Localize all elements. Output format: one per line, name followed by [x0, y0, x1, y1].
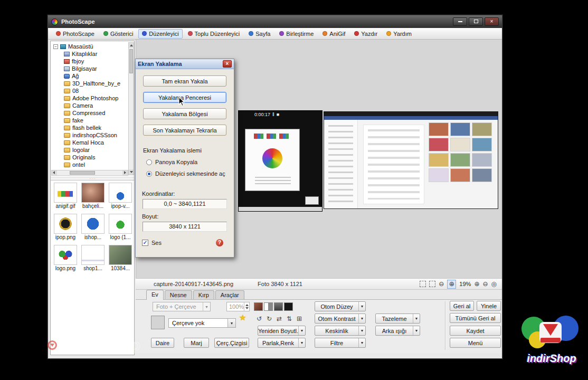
tree-item[interactable]: fbjoy	[51, 58, 128, 65]
chevron-down-icon[interactable]: ▼	[358, 302, 365, 311]
menu-item-toplu-duzenleyici[interactable]: Toplu Düzenleyici	[184, 29, 244, 39]
scrollbar-thumb[interactable]	[70, 171, 95, 175]
rotate-ccw-icon[interactable]: ↺	[255, 315, 263, 323]
tree-item[interactable]: Kemal Hoca	[51, 139, 128, 146]
zoom-tool-icon[interactable]: ⊕	[447, 280, 456, 289]
black-swatch[interactable]	[284, 302, 293, 311]
frame-line-button[interactable]: Çerç.Çizgisi	[214, 338, 249, 348]
frame-preview-swatch[interactable]	[151, 316, 165, 329]
chevron-down-icon[interactable]: ▼	[413, 314, 420, 323]
tree-item[interactable]: Compressed	[51, 109, 128, 117]
zoom-out-tool-icon[interactable]: ⊖	[439, 281, 444, 287]
resize-button[interactable]: Yeniden Boyutl.▼	[258, 326, 306, 336]
tree-item[interactable]: fake	[51, 117, 128, 124]
menu-item-anigif[interactable]: AniGif	[319, 29, 349, 39]
margin-button[interactable]: Marj	[184, 338, 209, 348]
tree-root[interactable]: Masaüstü	[51, 43, 128, 50]
scrollbar-thumb[interactable]	[129, 49, 133, 73]
radio-selected-icon[interactable]	[146, 171, 152, 177]
undo-button[interactable]: Geri al	[450, 301, 474, 311]
close-button[interactable]: ×	[485, 17, 499, 26]
thumbnail[interactable]: logo (1...	[107, 213, 134, 244]
frame-mode-dropdown[interactable]: Foto + Çerçeve ▼	[153, 302, 211, 311]
tree-item[interactable]: 3D_Halftone_by_e	[51, 80, 128, 87]
tree-item[interactable]: indirshopCSSson	[51, 131, 128, 139]
radio-icon[interactable]	[146, 159, 152, 165]
chevron-down-icon[interactable]: ▼	[203, 302, 210, 311]
zoom-in-icon[interactable]: ⊕	[474, 281, 479, 287]
free-rotate-icon[interactable]: ⊞	[295, 315, 304, 323]
menu-button[interactable]: Menü	[450, 338, 501, 348]
tree-item[interactable]: 08	[51, 87, 128, 94]
menu-item-birlestirme[interactable]: Birleştirme	[276, 29, 317, 39]
frame-select-dropdown[interactable]: Çerçeve yok ▼	[168, 318, 236, 328]
fit-selection-icon[interactable]	[429, 281, 435, 287]
tree-item[interactable]: ontel	[51, 161, 128, 168]
tree-item[interactable]: logolar	[51, 146, 128, 154]
radio-copy-to-clipboard[interactable]: Panoya Kopyala	[146, 159, 234, 165]
thumbnail[interactable]: ishop...	[79, 213, 107, 244]
chevron-down-icon[interactable]: ▼	[227, 319, 235, 327]
tree-item[interactable]: Bilgisayar	[51, 65, 128, 72]
tree-item[interactable]: Originals	[51, 154, 128, 161]
favorite-star-icon[interactable]: ★	[239, 313, 246, 322]
tree-item[interactable]: Camera	[51, 102, 128, 109]
thumbnail[interactable]: logo.png	[52, 244, 79, 275]
flip-horizontal-icon[interactable]: ⇄	[275, 315, 283, 323]
minimize-button[interactable]	[453, 17, 467, 26]
chevron-down-icon[interactable]: ▼	[358, 338, 365, 347]
menu-item-yazdir[interactable]: Yazdır	[350, 29, 381, 39]
redo-button[interactable]: Yinele	[477, 301, 501, 311]
fit-canvas-icon[interactable]	[420, 281, 426, 287]
tree-item[interactable]: Adobe Photoshop	[51, 94, 128, 102]
flip-vertical-icon[interactable]: ⇅	[285, 315, 293, 323]
thumbnail[interactable]: anigif.gif	[52, 182, 79, 213]
backlight-button[interactable]: Arka ışığı▼	[375, 326, 420, 336]
contrast-swatch[interactable]	[264, 302, 273, 311]
chevron-down-icon[interactable]: ▼	[358, 326, 365, 335]
tab-nesne[interactable]: Nesne	[165, 290, 192, 299]
maximize-button[interactable]	[469, 17, 483, 26]
chevron-down-icon[interactable]: ▼	[298, 326, 305, 335]
tree-vertical-scrollbar[interactable]	[128, 42, 134, 175]
background-swatch[interactable]	[254, 302, 263, 311]
radio-open-in-editor[interactable]: Düzenleyici sekmesinde aç	[146, 170, 234, 177]
stepper-arrows[interactable]	[244, 302, 249, 311]
chevron-down-icon[interactable]: ▼	[358, 314, 365, 323]
spin-down-icon[interactable]	[245, 307, 249, 309]
round-corners-button[interactable]: Daire	[151, 338, 174, 348]
undo-all-button[interactable]: Tümünü Geri al	[450, 313, 501, 323]
tree-item[interactable]: Kitaplıklar	[51, 50, 128, 58]
scroll-right-icon[interactable]	[122, 170, 128, 175]
spin-up-icon[interactable]	[245, 304, 249, 306]
refresh-button[interactable]: Tazeleme▼	[375, 314, 420, 324]
tree-item[interactable]: flash bellek	[51, 124, 128, 131]
menu-item-duzenleyici[interactable]: Düzenleyici	[138, 29, 182, 39]
panel-splitter[interactable]	[51, 177, 134, 180]
tab-kirp[interactable]: Kırp	[193, 290, 214, 299]
scroll-down-icon[interactable]	[129, 169, 134, 175]
menu-item-gosterici[interactable]: Gösterici	[100, 29, 137, 39]
save-button[interactable]: Kaydet	[450, 326, 501, 336]
dialog-close-button[interactable]: ×	[223, 60, 232, 68]
menu-item-photoscape[interactable]: PhotoScape	[52, 29, 98, 39]
chevron-down-icon[interactable]: ▼	[413, 326, 420, 335]
thumbnail[interactable]: bahçeli...	[79, 182, 107, 213]
menu-item-yardim[interactable]: Yardım	[383, 29, 415, 39]
collapse-icon[interactable]	[53, 44, 58, 49]
chevron-down-icon[interactable]: ▼	[298, 338, 305, 347]
thumbnail[interactable]: 10384...	[107, 244, 134, 275]
dialog-titlebar[interactable]: Ekran Yakalama ×	[136, 59, 234, 69]
actual-size-icon[interactable]: ◎	[491, 281, 497, 287]
gray-swatch[interactable]	[274, 302, 283, 311]
frame-zoom-stepper[interactable]: 100%	[226, 302, 250, 311]
thumbnail[interactable]: shop1...	[79, 244, 107, 275]
rotate-cw-icon[interactable]: ↻	[265, 315, 273, 323]
brightness-color-button[interactable]: Parlak,Renk▼	[258, 338, 306, 348]
filter-button[interactable]: Filtre▼	[315, 338, 366, 348]
tab-ev[interactable]: Ev	[146, 290, 164, 300]
help-icon[interactable]: ?	[216, 239, 223, 246]
thumbnail[interactable]: ipop-v...	[107, 182, 134, 213]
capture-region-button[interactable]: Yakalama Bölgesi	[143, 108, 226, 119]
menu-item-sayfa[interactable]: Sayfa	[245, 29, 274, 39]
